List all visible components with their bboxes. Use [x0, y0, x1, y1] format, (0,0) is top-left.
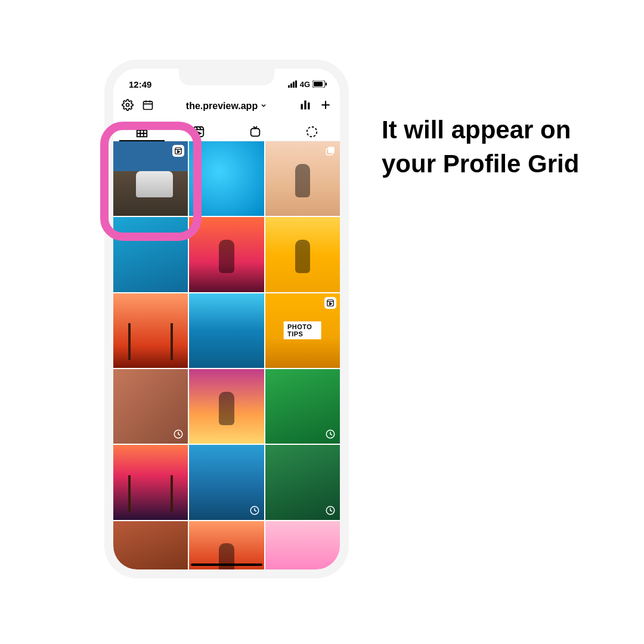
add-icon[interactable] — [320, 99, 332, 113]
svg-rect-6 — [326, 83, 327, 86]
svg-rect-13 — [304, 101, 306, 110]
username-label: the.preview.app — [186, 101, 258, 112]
svg-marker-36 — [330, 302, 332, 305]
reel-badge-icon — [172, 145, 184, 157]
svg-rect-3 — [295, 80, 297, 88]
scheduled-badge-icon — [172, 428, 184, 440]
scheduled-badge-icon — [324, 504, 336, 516]
battery-icon — [312, 80, 327, 88]
svg-rect-32 — [328, 147, 335, 153]
grid-cell[interactable] — [113, 293, 188, 368]
scheduled-badge-icon — [324, 428, 336, 440]
grid-cell-label: PHOTO TIPS — [284, 321, 321, 339]
grid-cell[interactable] — [189, 293, 264, 368]
grid-cell[interactable] — [113, 445, 188, 519]
svg-rect-27 — [250, 128, 259, 136]
svg-rect-14 — [308, 103, 309, 110]
svg-rect-2 — [293, 82, 295, 88]
tab-story[interactable] — [283, 122, 340, 141]
grid-cell[interactable] — [189, 217, 264, 292]
grid-cell[interactable] — [189, 141, 264, 216]
content-tabs — [113, 119, 340, 141]
svg-point-28 — [306, 126, 317, 137]
scheduled-badge-icon — [249, 504, 261, 516]
svg-marker-31 — [178, 150, 180, 153]
grid-cell[interactable] — [113, 369, 188, 444]
svg-rect-12 — [301, 104, 302, 109]
svg-point-7 — [126, 104, 129, 107]
svg-rect-1 — [290, 83, 292, 88]
svg-rect-0 — [288, 85, 290, 88]
tab-igtv[interactable] — [227, 122, 283, 141]
svg-marker-26 — [197, 132, 201, 135]
status-time: 12:49 — [129, 79, 151, 89]
svg-rect-17 — [137, 126, 147, 137]
caption-text: It will appear on your Profile Grid — [382, 113, 596, 181]
tab-grid[interactable] — [113, 122, 170, 141]
app-toolbar: the.preview.app — [113, 92, 340, 119]
chevron-down-icon — [260, 101, 267, 112]
home-indicator — [191, 564, 262, 566]
svg-rect-5 — [314, 82, 323, 86]
signal-icon — [288, 80, 298, 88]
grid-cell[interactable] — [265, 445, 340, 519]
phone-notch — [179, 69, 274, 85]
tab-reels[interactable] — [170, 122, 227, 141]
carousel-badge-icon — [324, 145, 336, 157]
grid-cell[interactable] — [265, 217, 340, 292]
grid-cell[interactable]: PHOTO TIPS — [265, 293, 340, 368]
phone-frame: 12:49 4G the.preview.a — [104, 60, 349, 578]
settings-icon[interactable] — [122, 99, 134, 113]
grid-cell[interactable] — [113, 217, 188, 292]
username-dropdown[interactable]: the.preview.app — [186, 101, 267, 112]
grid-cell[interactable] — [113, 141, 188, 216]
grid-cell[interactable] — [265, 369, 340, 444]
status-right: 4G — [288, 80, 327, 89]
grid-cell[interactable] — [265, 141, 340, 216]
grid-cell[interactable] — [265, 521, 340, 569]
profile-grid: PHOTO TIPS — [113, 141, 340, 569]
calendar-icon[interactable] — [142, 99, 154, 113]
reel-badge-icon — [324, 297, 336, 309]
grid-cell[interactable] — [189, 369, 264, 444]
grid-cell[interactable] — [189, 521, 264, 569]
phone-screen: 12:49 4G the.preview.a — [113, 69, 340, 569]
analytics-icon[interactable] — [299, 99, 311, 113]
grid-cell[interactable] — [189, 445, 264, 519]
grid-cell[interactable] — [113, 521, 188, 569]
status-network: 4G — [300, 80, 310, 89]
svg-rect-8 — [144, 101, 153, 109]
